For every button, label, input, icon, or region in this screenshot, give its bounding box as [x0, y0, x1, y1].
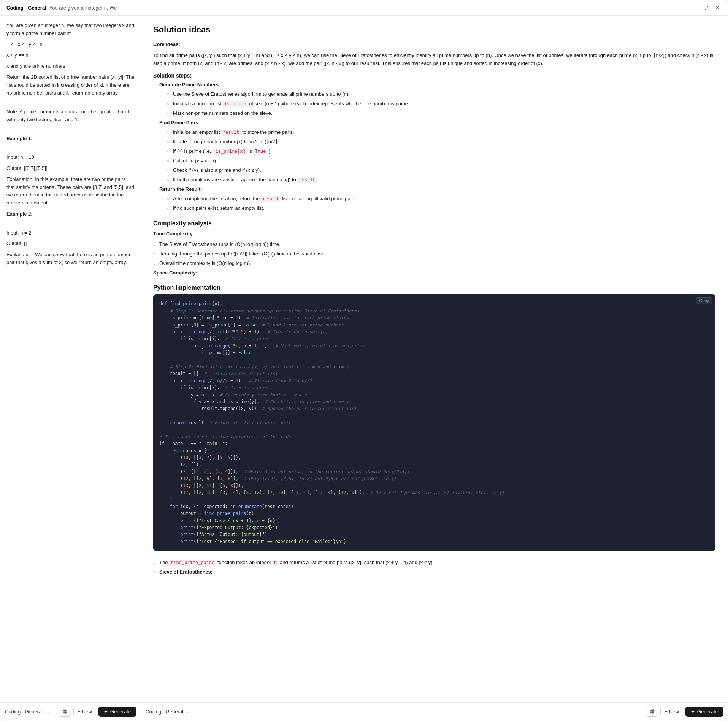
step-generate-items: Use the Sieve of Eratosthenes algorithm …: [159, 90, 715, 117]
left-panel-footer-top: Coding - General ⌄ 🗐 + New ✦ Generate: [0, 702, 141, 721]
footer-chevron-bottom: ⌄: [186, 709, 190, 715]
example2-explanation: Explanation: We can show that there is n…: [6, 251, 135, 267]
space-complexity-label: Space Complexity:: [153, 269, 715, 277]
step-return-items: After completing the iteration, return t…: [159, 195, 715, 212]
example1-output: Output: [[3,7],[5,5]]: [6, 165, 135, 173]
find-item-2: Iterate through each number (x) from 2 t…: [167, 138, 715, 146]
copy-button-bottom[interactable]: 🗐: [646, 707, 658, 717]
core-ideas-text: To find all prime pairs ([x, y]) such th…: [153, 52, 715, 68]
time-complexity-label: Time Complexity:: [153, 230, 715, 238]
step-find: Find Prime Pairs: Initialize an empty li…: [153, 119, 715, 184]
explanation-item-2: Sieve of Eratosthenes:: [153, 568, 715, 576]
new-button-top[interactable]: + New: [73, 707, 96, 716]
return-item-1: After completing the iteration, return t…: [167, 195, 715, 203]
python-section: Python Implementation Copy def find_prim…: [153, 284, 715, 551]
time-items-list: The Sieve of Eratosthenes runs in (O(n l…: [153, 241, 715, 267]
find-item-3: If (x) is prime (i.e., is_prime[x] is Tr…: [167, 147, 715, 155]
top-bar-left: Coding - General You are given an intege…: [6, 5, 117, 11]
find-item-4: Calculate (y = n - x).: [167, 157, 715, 165]
problem-body: You are given an integer n. We say that …: [6, 22, 135, 38]
example1-label: Example 1:: [6, 135, 135, 143]
cond-3: x and y are prime numbers: [6, 62, 135, 70]
solution-ideas-section: Solution ideas Core ideas: To find all p…: [153, 25, 715, 212]
copy-code-button[interactable]: Copy: [696, 297, 712, 304]
generate-label-top: Generate: [110, 709, 131, 715]
code-pre: def find_prime_pairs(n): # Step 1: Gener…: [159, 300, 709, 545]
panels: You are given an integer n. We say that …: [0, 16, 728, 721]
footer-left-top: Coding - General ⌄: [5, 709, 49, 715]
plus-icon-top: +: [78, 709, 81, 715]
window-title: Coding - General: [6, 5, 46, 11]
time-item-2: Iterating through the primes up to (⌊n/2…: [153, 250, 715, 258]
top-bar-right: ⤢ ✕: [703, 3, 722, 13]
gen-item-3: Mark non-prime numbers based on the siev…: [167, 109, 715, 117]
gen-item-1: Use the Sieve of Eratosthenes algorithm …: [167, 90, 715, 98]
generate-label-bottom: Generate: [697, 709, 718, 715]
footer-chevron-top: ⌄: [46, 709, 49, 715]
new-button-bottom[interactable]: + New: [660, 707, 683, 716]
explanation-section: The find_prime_pairs function takes an i…: [153, 559, 715, 576]
window-subtitle: You are given an integer n. We: [49, 5, 117, 11]
generate-icon-bottom: ✦: [691, 709, 695, 715]
cond-2: x + y == n: [6, 51, 135, 59]
right-panel-content[interactable]: Solution ideas Core ideas: To find all p…: [141, 16, 728, 702]
complexity-section: Complexity analysis Time Complexity: The…: [153, 220, 715, 277]
returns-text: Return the 2D sorted list of prime numbe…: [6, 73, 135, 97]
expand-button[interactable]: ⤢: [703, 3, 711, 13]
example2-label: Example 2:: [6, 210, 135, 218]
complexity-title: Complexity analysis: [153, 220, 715, 227]
generate-icon-top: ✦: [104, 709, 108, 715]
close-button[interactable]: ✕: [714, 3, 722, 13]
right-panel: Solution ideas Core ideas: To find all p…: [141, 16, 728, 721]
step-find-items: Initialize an empty list result to store…: [159, 128, 715, 184]
generate-button-top[interactable]: ✦ Generate: [98, 707, 136, 717]
problem-content: You are given an integer n. We say that …: [0, 16, 141, 702]
example1-explanation: Explanation: In this example, there are …: [6, 176, 135, 207]
copy-button-top[interactable]: 🗐: [59, 707, 71, 717]
time-item-1: The Sieve of Eratosthenes runs in (O(n l…: [153, 241, 715, 249]
step-return: Return the Result: After completing the …: [153, 185, 715, 212]
steps-list: Generate Prime Numbers: Use the Sieve of…: [153, 81, 715, 212]
cond-1: 1 <= x <= y <= n: [6, 41, 135, 49]
right-panel-footer: Coding - General ⌄ 🗐 + New ✦ Generate: [141, 702, 728, 721]
footer-label-bottom: Coding - General: [146, 709, 183, 715]
main-container: Coding - General You are given an intege…: [0, 0, 728, 721]
find-item-1: Initialize an empty list result to store…: [167, 128, 715, 136]
example1-input: Input: n = 10: [6, 154, 135, 162]
core-ideas-label: Core ideas:: [153, 41, 715, 49]
step-generate: Generate Prime Numbers: Use the Sieve of…: [153, 81, 715, 117]
footer-label-top: Coding - General: [5, 709, 43, 715]
new-label-bottom: New: [669, 709, 679, 715]
return-item-2: If no such pairs exist, return an empty …: [167, 204, 715, 212]
find-item-6: If both conditions are satisfied, append…: [167, 176, 715, 184]
example2-input: Input: n = 2: [6, 229, 135, 237]
example2-output: Output: []: [6, 240, 135, 248]
left-panel-top: You are given an integer n. We say that …: [0, 16, 141, 721]
code-block: Copy def find_prime_pairs(n): # Step 1: …: [153, 294, 715, 551]
python-title: Python Implementation: [153, 284, 715, 291]
gen-item-2: Initialize a boolean list is_prime of si…: [167, 100, 715, 108]
generate-button-bottom[interactable]: ✦ Generate: [685, 707, 723, 717]
footer-actions-bottom: 🗐 + New ✦ Generate: [646, 707, 723, 717]
footer-actions-top: 🗐 + New ✦ Generate: [59, 707, 136, 717]
solution-steps-label: Solution steps:: [153, 73, 715, 79]
find-item-5: Check if (y) is also a prime and if (x ≤…: [167, 166, 715, 174]
note-text: Note: A prime number is a natural number…: [6, 108, 135, 124]
plus-icon-bottom: +: [665, 709, 668, 715]
solution-title: Solution ideas: [153, 25, 715, 35]
new-label-top: New: [82, 709, 92, 715]
top-bar: Coding - General You are given an intege…: [0, 0, 728, 16]
time-item-3: Overall time complexity is (O(n log log …: [153, 260, 715, 268]
footer-left-bottom: Coding - General ⌄: [146, 709, 190, 715]
explanation-item-1: The find_prime_pairs function takes an i…: [153, 559, 715, 567]
explanation-list: The find_prime_pairs function takes an i…: [153, 559, 715, 576]
